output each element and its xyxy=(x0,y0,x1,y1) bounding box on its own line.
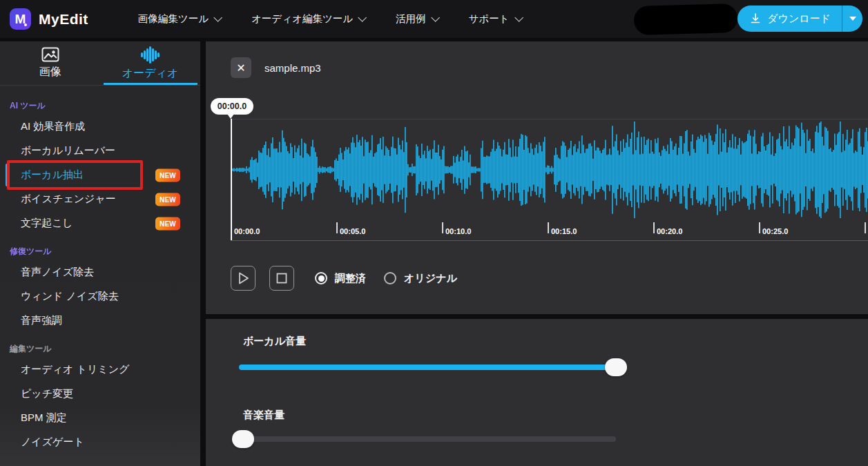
menu-label: サポート xyxy=(469,12,510,26)
sidebar-item[interactable]: 文字起こしNEW xyxy=(0,211,200,235)
menu-label: 画像編集ツール xyxy=(138,12,209,26)
download-split-button: ダウンロード xyxy=(737,6,862,32)
playhead-time-tooltip: 00:00.0 xyxy=(211,98,253,115)
sidebar-item-label: ボイスチェンジャー xyxy=(21,193,116,206)
download-label: ダウンロード xyxy=(767,12,831,26)
vocal-volume-slider[interactable] xyxy=(239,358,627,377)
download-button[interactable]: ダウンロード xyxy=(737,6,842,32)
radio-label: オリジナル xyxy=(404,272,457,285)
preview-mode-radios: 調整済オリジナル xyxy=(315,266,457,291)
sidebar-item[interactable]: AI 効果音作成 xyxy=(0,115,200,139)
sidebar-item-label: BPM 測定 xyxy=(21,411,67,425)
download-options-button[interactable] xyxy=(842,6,862,32)
radio-adjusted[interactable]: 調整済 xyxy=(315,272,366,285)
sidebar-item[interactable]: ボーカルリムーバー xyxy=(0,139,200,163)
stop-icon xyxy=(274,271,289,286)
timeline-tick-label: 00:10.0 xyxy=(445,227,471,235)
timeline-tick xyxy=(653,222,655,233)
stop-button[interactable] xyxy=(269,266,294,291)
sidebar-section-title: 編集ツール xyxy=(0,340,200,358)
sidebar-item-label: ボーカルリムーバー xyxy=(21,144,115,157)
radio-unselected-icon xyxy=(384,272,396,284)
timeline-baseline xyxy=(231,240,868,241)
sidebar-item[interactable]: ピッチ変更 xyxy=(0,382,200,406)
timeline-tick-label: 00:25.0 xyxy=(762,227,788,235)
menu-audio-tools[interactable]: オーディオ編集ツール xyxy=(251,12,364,26)
new-badge: NEW xyxy=(155,193,180,206)
image-icon xyxy=(41,47,59,62)
tab-image-label: 画像 xyxy=(39,65,61,79)
top-navbar: M MyEdit 画像編集ツール オーディオ編集ツール 活用例 サポート xyxy=(0,0,868,38)
file-name: sample.mp3 xyxy=(264,62,321,74)
brand[interactable]: M MyEdit xyxy=(0,8,88,30)
sidebar: 画像 オーディオ AI ツールAI 効果音作成ボーカルリムーバーボーカル抽出NE… xyxy=(0,41,200,466)
triangle-down-icon xyxy=(849,17,856,21)
new-badge: NEW xyxy=(155,217,180,230)
sidebar-item[interactable]: ボイスチェンジャーNEW xyxy=(0,187,200,211)
tab-audio-label: オーディオ xyxy=(122,66,179,81)
sidebar-sections: AI ツールAI 効果音作成ボーカルリムーバーボーカル抽出NEWボイスチェンジャ… xyxy=(0,86,200,454)
editor-panel: ✕ sample.mp3 00:00.000:05.000:10.000:15.… xyxy=(206,41,868,314)
sidebar-item[interactable]: ウィンド ノイズ除去 xyxy=(0,284,200,309)
sidebar-item-label: 音声ノイズ除去 xyxy=(21,266,94,279)
audio-waveform-icon xyxy=(141,46,160,64)
music-volume-slider[interactable] xyxy=(232,429,616,449)
redacted-account-area xyxy=(633,3,737,35)
sidebar-item-label: 音声強調 xyxy=(21,314,62,327)
timeline-tick-label: 00:15.0 xyxy=(551,227,577,235)
sidebar-item[interactable]: ノイズゲート xyxy=(0,430,200,454)
sidebar-item[interactable]: オーディオ トリミング xyxy=(0,358,200,382)
sidebar-item[interactable]: 音声強調 xyxy=(0,309,200,333)
menu-label: オーディオ編集ツール xyxy=(251,12,353,26)
sidebar-item-label: ピッチ変更 xyxy=(21,387,73,400)
timeline-tick xyxy=(548,222,549,233)
sidebar-item-label: オーディオ トリミング xyxy=(21,363,129,376)
tab-image[interactable]: 画像 xyxy=(0,41,100,85)
close-file-button[interactable]: ✕ xyxy=(231,57,251,78)
sidebar-item-label: AI 効果音作成 xyxy=(21,120,85,133)
sidebar-item-label: 文字起こし xyxy=(21,217,73,230)
nav-menus: 画像編集ツール オーディオ編集ツール 活用例 サポート xyxy=(138,12,521,26)
waveform-graphic xyxy=(231,119,868,241)
mixer-panel: ボーカル音量 音楽音量 xyxy=(206,319,868,466)
menu-support[interactable]: サポート xyxy=(469,12,521,26)
playhead[interactable] xyxy=(231,119,232,240)
tab-audio[interactable]: オーディオ xyxy=(100,41,200,85)
menu-label: 活用例 xyxy=(396,12,426,26)
menu-use-cases[interactable]: 活用例 xyxy=(396,12,437,26)
radio-label: 調整済 xyxy=(335,272,366,285)
play-button[interactable] xyxy=(231,266,255,291)
timeline-tick-label: 00:05.0 xyxy=(340,227,365,235)
active-indicator xyxy=(6,164,8,186)
timeline-tick xyxy=(759,222,760,233)
radio-selected-icon xyxy=(315,272,327,284)
sidebar-item-label: ノイズゲート xyxy=(21,436,84,449)
download-icon xyxy=(750,13,761,24)
timeline-tick xyxy=(865,222,866,233)
chevron-down-icon xyxy=(514,13,523,22)
timeline-tick-label: 00:20.0 xyxy=(657,227,682,235)
sidebar-item-active[interactable]: ボーカル抽出NEW xyxy=(0,163,200,187)
timeline-tick xyxy=(442,222,443,233)
radio-original[interactable]: オリジナル xyxy=(384,272,457,285)
sidebar-item-label: ウィンド ノイズ除去 xyxy=(21,290,119,303)
chevron-down-icon xyxy=(431,13,440,22)
slider-track[interactable] xyxy=(232,436,616,442)
waveform[interactable] xyxy=(231,119,868,240)
chevron-down-icon xyxy=(358,13,367,22)
slider-handle[interactable] xyxy=(605,358,627,376)
new-badge: NEW xyxy=(155,168,180,182)
tooltip-pointer xyxy=(227,114,234,119)
slider-track[interactable] xyxy=(239,365,627,370)
radio-dot xyxy=(318,275,325,282)
timeline-tick xyxy=(336,222,338,233)
sidebar-item-label: ボーカル抽出 xyxy=(21,168,84,182)
myedit-app: M MyEdit 画像編集ツール オーディオ編集ツール 活用例 サポート xyxy=(0,0,868,466)
sidebar-item[interactable]: BPM 測定 xyxy=(0,406,200,430)
sidebar-item[interactable]: 音声ノイズ除去 xyxy=(0,260,200,284)
menu-image-tools[interactable]: 画像編集ツール xyxy=(138,12,220,26)
myedit-logo-icon: M xyxy=(10,8,31,30)
slider-handle[interactable] xyxy=(232,430,254,448)
timeline-tick-label: 00:00.0 xyxy=(234,227,260,235)
play-icon xyxy=(235,271,251,286)
